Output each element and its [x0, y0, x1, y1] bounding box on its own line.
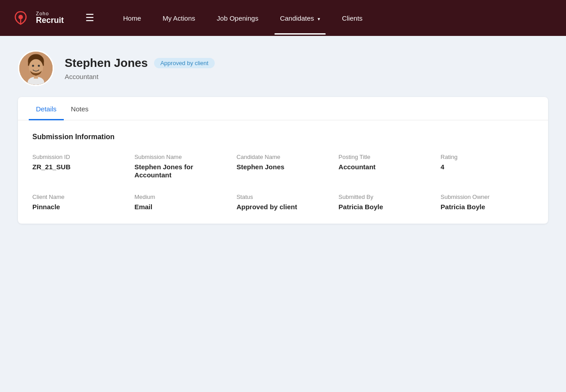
submission-row-2: Client Name Pinnacle Medium Email Status…: [32, 194, 534, 211]
nav-home[interactable]: Home: [112, 2, 152, 35]
profile-title: Accountant: [65, 73, 215, 80]
status-badge: Approved by client: [154, 58, 215, 68]
details-card: Details Notes Submission Information Sub…: [18, 97, 548, 224]
tab-notes[interactable]: Notes: [64, 97, 96, 120]
nav-candidates[interactable]: Candidates ▾: [269, 2, 331, 35]
avatar: [18, 50, 54, 86]
field-candidate-name: Candidate Name Stephen Jones: [236, 154, 329, 179]
tabs: Details Notes: [18, 97, 548, 120]
svg-point-7: [32, 65, 34, 67]
profile-section: Stephen Jones Approved by client Account…: [0, 36, 566, 97]
field-medium: Medium Email: [134, 194, 227, 211]
field-submission-owner: Submission Owner Patricia Boyle: [441, 194, 534, 211]
field-submitted-by: Submitted By Patricia Boyle: [339, 194, 432, 211]
nav-links: Home My Actions Job Openings Candidates …: [112, 2, 555, 35]
navbar: Zoho Recruit ☰ Home My Actions Job Openi…: [0, 0, 566, 36]
submission-row-1: Submission ID ZR_21_SUB Submission Name …: [32, 154, 534, 179]
profile-name: Stephen Jones: [65, 56, 148, 70]
nav-my-actions[interactable]: My Actions: [152, 2, 206, 35]
svg-point-1: [18, 15, 23, 19]
nav-clients[interactable]: Clients: [331, 2, 373, 35]
hamburger-menu[interactable]: ☰: [85, 12, 94, 24]
section-title: Submission Information: [32, 133, 534, 141]
main-content: Details Notes Submission Information Sub…: [0, 97, 566, 242]
submission-section: Submission Information Submission ID ZR_…: [18, 120, 548, 224]
field-submission-id: Submission ID ZR_21_SUB: [32, 154, 125, 179]
logo-recruit: Recruit: [36, 16, 64, 25]
svg-point-6: [29, 59, 43, 76]
logo[interactable]: Zoho Recruit: [11, 8, 64, 28]
svg-point-8: [38, 65, 40, 67]
chevron-down-icon: ▾: [318, 16, 320, 22]
profile-info: Stephen Jones Approved by client Account…: [65, 56, 215, 80]
field-status: Status Approved by client: [236, 194, 329, 211]
field-posting-title: Posting Title Accountant: [339, 154, 432, 179]
field-client-name: Client Name Pinnacle: [32, 194, 125, 211]
nav-job-openings[interactable]: Job Openings: [206, 2, 270, 35]
field-submission-name: Submission Name Stephen Jones for Accoun…: [134, 154, 227, 179]
field-rating: Rating 4: [441, 154, 534, 179]
tab-details[interactable]: Details: [29, 97, 64, 120]
